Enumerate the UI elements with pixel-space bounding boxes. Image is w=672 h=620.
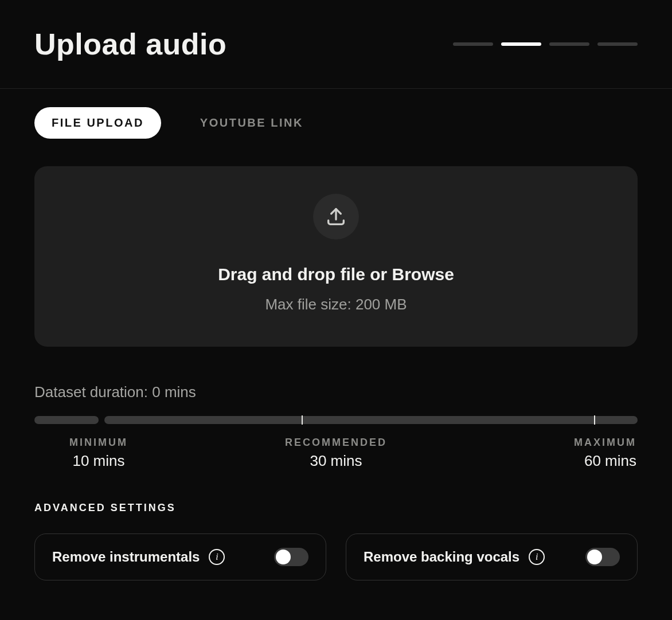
option-remove-backing-vocals: Remove backing vocals i [346,533,638,580]
toggle-knob [587,550,602,564]
duration-bar-seg-1 [34,416,99,424]
info-icon[interactable]: i [529,549,545,565]
duration-tick-recommended [302,415,303,425]
option-remove-instrumentals-label: Remove instrumentals [52,549,200,565]
tab-file-upload[interactable]: FILE UPLOAD [34,107,161,139]
upload-mode-tabs: FILE UPLOAD YOUTUBE LINK [34,107,638,139]
option-remove-backing-vocals-label: Remove backing vocals [364,549,519,565]
toggle-remove-backing-vocals[interactable] [585,548,620,566]
dataset-duration-label: Dataset duration: 0 mins [34,383,638,401]
toggle-remove-instrumentals[interactable] [274,548,308,566]
duration-mark-maximum-value: 60 mins [584,452,636,470]
duration-mark-minimum-label: MINIMUM [69,437,128,449]
info-icon[interactable]: i [209,549,225,565]
file-dropzone[interactable]: Drag and drop file or Browse Max file si… [34,166,638,347]
tab-youtube-link[interactable]: YOUTUBE LINK [183,107,321,139]
advanced-settings-title: ADVANCED SETTINGS [34,502,638,514]
duration-mark-maximum: MAXIMUM 60 mins [510,437,636,470]
duration-mark-recommended: RECOMMENDED 30 mins [162,437,510,470]
dropzone-subtext: Max file size: 200 MB [265,296,407,313]
duration-bar [34,416,638,424]
toggle-knob [276,550,291,564]
upload-icon [313,194,359,240]
step-3 [549,42,589,46]
duration-mark-recommended-value: 30 mins [310,452,362,470]
step-1 [453,42,493,46]
duration-mark-recommended-label: RECOMMENDED [285,437,387,449]
progress-stepper [453,42,638,46]
page-title: Upload audio [34,27,226,61]
step-2 [501,42,541,46]
duration-tick-maximum [594,415,595,425]
option-remove-instrumentals: Remove instrumentals i [34,533,326,580]
duration-mark-minimum: MINIMUM 10 mins [36,437,162,470]
duration-bar-seg-2 [104,416,638,424]
duration-mark-maximum-label: MAXIMUM [574,437,636,449]
dropzone-text: Drag and drop file or Browse [218,265,454,284]
duration-mark-minimum-value: 10 mins [72,452,124,470]
step-4 [597,42,638,46]
